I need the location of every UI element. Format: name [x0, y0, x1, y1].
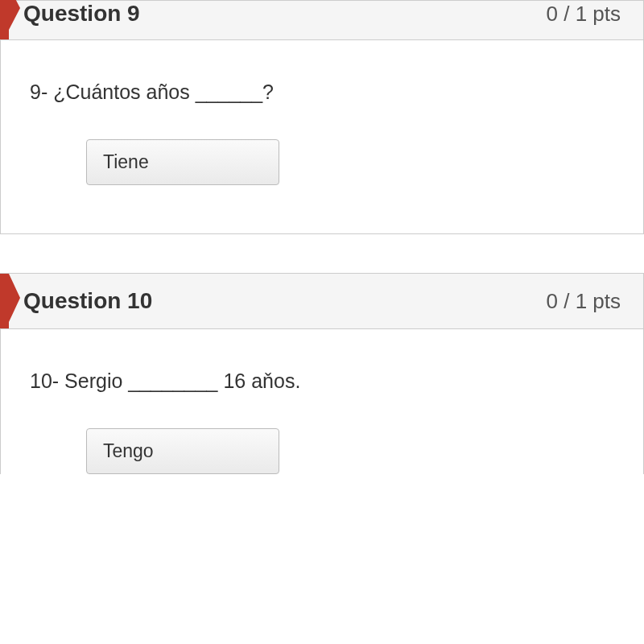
question-header: Question 9 0 / 1 pts [1, 1, 643, 40]
question-body: 9- ¿Cuántos años ______? Tiene [1, 40, 643, 233]
question-block-10: Question 10 0 / 1 pts 10- Sergio _______… [0, 273, 644, 474]
answer-choice-button[interactable]: Tengo [86, 428, 279, 474]
question-title: Question 9 [23, 1, 140, 27]
question-points: 0 / 1 pts [547, 289, 621, 314]
question-prompt: 10- Sergio ________ 16 aňos. [30, 369, 614, 393]
question-title: Question 10 [23, 288, 152, 314]
question-block-9: Question 9 0 / 1 pts 9- ¿Cuántos años __… [0, 0, 644, 234]
incorrect-ribbon-icon [0, 274, 9, 328]
incorrect-ribbon-icon [0, 0, 9, 39]
question-prompt: 9- ¿Cuántos años ______? [30, 80, 614, 104]
question-header: Question 10 0 / 1 pts [1, 274, 643, 329]
question-points: 0 / 1 pts [547, 2, 621, 27]
answer-choice-button[interactable]: Tiene [86, 139, 279, 185]
question-body: 10- Sergio ________ 16 aňos. Tengo [1, 329, 643, 474]
